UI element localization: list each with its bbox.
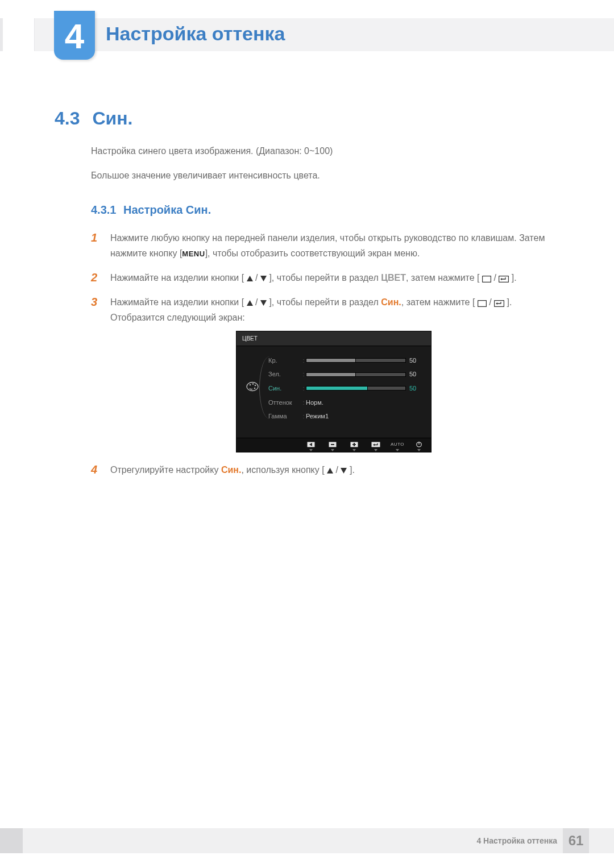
- step-number: 1: [91, 230, 97, 245]
- osd-category-icon: [244, 355, 260, 392]
- osd-enter-icon: [370, 441, 382, 448]
- step-2-text-d: ].: [512, 273, 517, 283]
- osd-plus-icon: [348, 441, 360, 448]
- step-3-text-c: , затем нажмите [: [401, 297, 475, 307]
- osd-title: ЦВЕТ: [237, 331, 431, 346]
- osd-screenshot: ЦВЕТ Кр. : 50 Зел.: [237, 331, 431, 452]
- step-1: 1 Нажмите любую кнопку на передней панел…: [91, 230, 557, 261]
- osd-columns: Кр. : 50 Зел. : 50 С: [268, 355, 425, 422]
- step-number: 3: [91, 294, 97, 309]
- step-4-text-a: Отрегулируйте настройку: [110, 465, 221, 475]
- up-triangle-icon: [247, 276, 253, 281]
- osd-row-tone-value: Норм.: [306, 397, 406, 408]
- slash: /: [489, 297, 491, 307]
- osd-sep: :: [301, 397, 306, 408]
- step-4-text-c: ].: [350, 465, 355, 475]
- slash: /: [255, 273, 258, 283]
- svg-rect-18: [331, 444, 334, 445]
- svg-point-12: [252, 383, 254, 385]
- intro-paragraph-1: Настройка синего цвета изображения. (Диа…: [91, 144, 557, 159]
- enter-icon: [499, 276, 509, 283]
- page-footer: 4 Настройка оттенка 61: [0, 828, 614, 853]
- svg-marker-0: [247, 276, 253, 281]
- osd-minus-icon: [326, 441, 339, 448]
- footer-page-number: 61: [563, 828, 589, 853]
- manual-page: 4 Настройка оттенка 4.3 Син. Настройка с…: [0, 0, 614, 868]
- svg-rect-2: [482, 276, 491, 282]
- subsection-name: Настройка Син.: [123, 203, 211, 216]
- step-4: 4 Отрегулируйте настройку Син., использу…: [91, 462, 557, 477]
- osd-sep: :: [301, 411, 306, 422]
- osd-row-green-bar: [306, 372, 406, 377]
- down-triangle-icon: [260, 300, 267, 306]
- svg-marker-9: [496, 302, 497, 305]
- step-3: 3 Нажимайте на изделии кнопки [ / ], что…: [91, 294, 557, 452]
- header-left-strip: [3, 18, 35, 51]
- section-name: Син.: [92, 108, 132, 129]
- step-number: 2: [91, 270, 97, 285]
- osd-row-blue-bar: [306, 385, 406, 391]
- osd-auto-label: AUTO: [391, 441, 404, 448]
- svg-point-13: [255, 384, 256, 386]
- step-3-text-a: Нажимайте на изделии кнопки [: [110, 297, 244, 307]
- osd-row-green-value: 50: [406, 369, 425, 380]
- down-triangle-icon: [260, 276, 267, 281]
- osd-auto-text: AUTO: [391, 441, 404, 448]
- step-number: 4: [91, 462, 97, 477]
- svg-point-11: [250, 384, 251, 385]
- chapter-number-badge: 4: [54, 11, 95, 60]
- subsection-heading: 4.3.1 Настройка Син.: [91, 203, 557, 217]
- section-keyword: ЦВЕТ: [381, 273, 406, 283]
- section-heading: 4.3 Син.: [55, 108, 132, 129]
- up-triangle-icon: [247, 300, 253, 306]
- slash: /: [255, 297, 258, 307]
- step-4-text-b: , используя кнопку [: [241, 465, 324, 475]
- svg-marker-27: [341, 468, 347, 474]
- osd-footer: AUTO: [237, 438, 431, 452]
- step-2: 2 Нажимайте на изделии кнопки [ / ], что…: [91, 270, 557, 285]
- steps-list: 1 Нажмите любую кнопку на передней панел…: [91, 230, 557, 478]
- intro-paragraph-2: Большое значение увеличивает интенсивнос…: [91, 169, 557, 183]
- osd-sep: :: [301, 369, 306, 380]
- slash: /: [336, 465, 338, 475]
- svg-rect-7: [478, 301, 486, 307]
- step-1-text-b: ], чтобы отобразить соответствующий экра…: [205, 248, 420, 258]
- step-2-text-c: , затем нажмите [: [406, 273, 480, 283]
- section-number: 4.3: [55, 108, 80, 129]
- osd-row-blue-value: 50: [406, 383, 425, 394]
- osd-row-green-label: Зел.: [268, 369, 301, 380]
- svg-marker-1: [260, 276, 267, 281]
- osd-row-blue-label: Син.: [268, 383, 301, 394]
- osd-sep: :: [301, 383, 306, 394]
- enter-icon: [494, 300, 504, 307]
- down-triangle-icon: [341, 468, 347, 474]
- osd-power-icon: [413, 441, 425, 448]
- body-content: Настройка синего цвета изображения. (Диа…: [91, 144, 557, 487]
- svg-marker-26: [327, 468, 333, 474]
- slash: /: [493, 273, 496, 283]
- step-2-text-a: Нажимайте на изделии кнопки [: [110, 273, 244, 283]
- osd-row-red-bar: [306, 358, 406, 363]
- osd-row-gamma-value: Режим1: [306, 411, 406, 422]
- menu-keyword: MENU: [182, 250, 205, 258]
- source-icon: [482, 276, 491, 283]
- svg-point-14: [254, 387, 256, 389]
- osd-row-tone-label: Оттенок: [268, 397, 301, 408]
- section-keyword: Син.: [221, 465, 242, 475]
- up-triangle-icon: [327, 468, 333, 474]
- osd-row-gamma-label: Гамма: [268, 411, 301, 422]
- osd-bracket: [259, 356, 271, 419]
- chapter-title: Настройка оттенка: [106, 23, 285, 45]
- source-icon: [478, 300, 487, 307]
- svg-rect-21: [354, 443, 355, 446]
- osd-body: Кр. : 50 Зел. : 50 С: [237, 346, 431, 438]
- footer-left-strip: [0, 828, 23, 853]
- footer-label: 4 Настройка оттенка: [476, 836, 557, 845]
- osd-row-red-label: Кр.: [268, 355, 301, 366]
- svg-marker-5: [247, 300, 253, 306]
- svg-marker-6: [260, 300, 267, 306]
- osd-back-icon: [305, 441, 317, 448]
- step-3-text-b: ], чтобы перейти в раздел: [269, 297, 381, 307]
- osd-sep: :: [301, 355, 306, 366]
- osd-row-red-value: 50: [406, 355, 425, 366]
